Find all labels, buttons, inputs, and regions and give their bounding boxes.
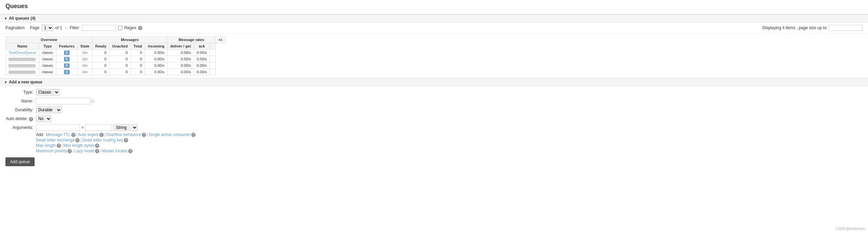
cell-name[interactable]: TestDirectQueue (6, 50, 39, 56)
cell-total: 0 (131, 69, 145, 75)
cell-extra (210, 69, 216, 75)
queue-table: Overview Messages Message rates +/- Name… (5, 36, 226, 75)
filter-input[interactable] (82, 25, 116, 31)
cell-ack: 0.00/s (194, 50, 210, 56)
cell-unacked: 0 (109, 62, 131, 69)
page-header: Queues (0, 0, 868, 14)
dead-letter-routing-key-help-icon[interactable]: ? (124, 138, 128, 142)
overflow-behaviour-help-icon[interactable]: ? (142, 133, 146, 137)
master-locator-help-icon[interactable]: ? (128, 149, 133, 153)
table-row[interactable]: classicDidle0000.00/s0.00/s0.00/s (6, 69, 226, 75)
cell-ready: 0 (92, 56, 109, 62)
cell-extra (210, 50, 216, 56)
col-incoming: incoming (145, 43, 167, 50)
cell-deliver_get: 0.00/s (167, 62, 194, 69)
add-label: Add (36, 132, 43, 137)
of-label: of 1 (55, 25, 62, 30)
col-name: Name (6, 43, 39, 50)
args-val-input[interactable] (85, 124, 112, 131)
sep3: | (147, 132, 148, 137)
auto-delete-select[interactable]: No Yes (36, 115, 52, 122)
auto-expire-help-icon[interactable]: ? (99, 133, 104, 137)
args-equals: = (81, 125, 84, 130)
add-dead-letter-exchange-link[interactable]: Dead letter exchange (36, 138, 75, 142)
col-group-message-rates: Message rates (167, 37, 215, 43)
plus-minus-btn[interactable]: +/- (216, 37, 226, 43)
add-dead-letter-routing-key-link[interactable]: Dead letter routing key (82, 138, 123, 142)
help-regex-icon[interactable]: ? (138, 26, 142, 30)
args-key-input[interactable] (36, 124, 80, 131)
feature-d-tag: D (64, 70, 69, 74)
regex-checkbox[interactable] (118, 26, 122, 30)
cell-unacked: 0 (109, 50, 131, 56)
cell-name[interactable] (6, 69, 39, 75)
state-badge: idle (82, 70, 88, 74)
cell-type: classic (39, 50, 56, 56)
page-size-input[interactable]: 100 (829, 25, 863, 31)
cell-extra (210, 56, 216, 62)
sep6: | (73, 149, 74, 153)
cell-unacked: 0 (109, 69, 131, 75)
col-group-messages: Messages (92, 37, 167, 43)
cell-type: classic (39, 62, 56, 69)
add-maximum-priority-link[interactable]: Maximum priority (36, 149, 67, 153)
add-queue-form: Type: Classic Quorum Stream Name: ☑ Dura… (0, 86, 868, 172)
filter-label: Filter: (70, 25, 80, 30)
cell-deliver_get: 0.00/s (167, 56, 194, 62)
durability-select[interactable]: Durable Transient (36, 107, 62, 113)
auto-delete-help-icon[interactable]: ? (29, 117, 33, 121)
add-queue-button[interactable]: Add queue (5, 157, 35, 166)
maximum-priority-help-icon[interactable]: ? (67, 149, 72, 153)
args-type-select[interactable]: String Number Boolean (114, 124, 138, 131)
name-input[interactable] (36, 98, 90, 104)
col-ack: ack (194, 43, 210, 50)
single-active-consumer-help-icon[interactable]: ? (191, 133, 196, 137)
state-badge: idle (82, 63, 88, 67)
cell-name[interactable] (6, 62, 39, 69)
col-group-overview: Overview (6, 37, 93, 43)
add-overflow-behaviour-link[interactable]: Overflow behaviour (106, 132, 141, 137)
add-single-active-consumer-link[interactable]: Single active consumer (149, 132, 191, 137)
type-select[interactable]: Classic Quorum Stream (36, 89, 60, 96)
add-lazy-mode-link[interactable]: Lazy mode (74, 149, 94, 153)
add-links-row3: Max length ? | Max length bytes ? (36, 143, 863, 148)
cell-incoming: 0.00/s (145, 50, 167, 56)
add-master-locator-link[interactable]: Master locator (102, 149, 127, 153)
page-title: Queues (5, 3, 863, 10)
add-links-row4: Maximum priority ? | Lazy mode ? | Maste… (36, 149, 863, 153)
add-max-length-bytes-link[interactable]: Max length bytes (63, 143, 94, 148)
pagination-bar: Pagination Page 1 of 1 - Filter: Regex ?… (0, 22, 868, 34)
cell-features: D (56, 69, 77, 75)
cell-incoming: 0.00/s (145, 69, 167, 75)
page-select[interactable]: 1 (41, 24, 53, 31)
col-state: State (77, 43, 92, 50)
table-row[interactable]: TestDirectQueueclassicDidle0000.00/s0.00… (6, 50, 226, 56)
table-row[interactable]: classicDidle0000.00/s0.00/s0.00/s (6, 62, 226, 69)
dead-letter-exchange-help-icon[interactable]: ? (75, 138, 80, 142)
queue-name-link[interactable]: TestDirectQueue (8, 51, 36, 55)
table-row[interactable]: classicDidle0000.00/s0.00/s0.00/s (6, 56, 226, 62)
message-ttl-help-icon[interactable]: ? (71, 133, 76, 137)
lazy-mode-help-icon[interactable]: ? (95, 149, 99, 153)
cell-name[interactable] (6, 56, 39, 62)
sep1: | (76, 132, 77, 137)
all-queues-section-header[interactable]: ▼ All queues (4) (0, 14, 868, 22)
cell-total: 0 (131, 56, 145, 62)
feature-d-tag: D (64, 51, 69, 55)
page-label: Page (30, 25, 39, 30)
cell-deliver_get: 0.00/s (167, 50, 194, 56)
add-max-length-link[interactable]: Max length (36, 143, 56, 148)
max-length-bytes-help-icon[interactable]: ? (95, 143, 99, 148)
add-auto-expire-link[interactable]: Auto expire (78, 132, 99, 137)
max-length-help-icon[interactable]: ? (57, 143, 61, 148)
cell-features: D (56, 56, 77, 62)
cell-ready: 0 (92, 69, 109, 75)
cell-state: idle (77, 50, 92, 56)
cell-features: D (56, 62, 77, 69)
arguments-label: Arguments: (5, 125, 36, 130)
cell-extra (210, 62, 216, 69)
cell-state: idle (77, 62, 92, 69)
add-queue-section-header[interactable]: ▼ Add a new queue (0, 78, 868, 86)
add-message-ttl-link[interactable]: Message TTL (46, 132, 71, 137)
type-row: Type: Classic Quorum Stream (5, 89, 863, 96)
